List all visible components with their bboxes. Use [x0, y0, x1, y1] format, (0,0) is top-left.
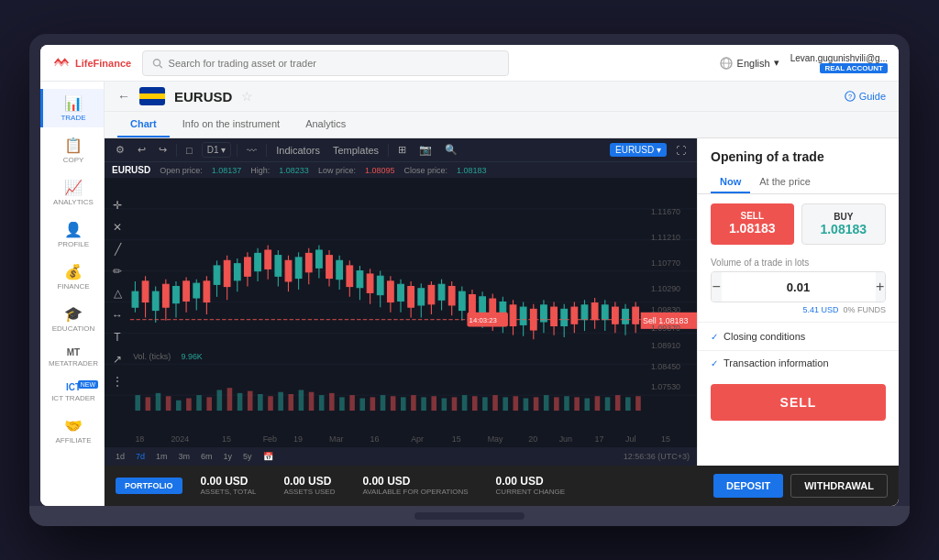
svg-text:Jun: Jun — [559, 434, 572, 444]
sidebar-item-ict-trader[interactable]: NEW ICT ICT TRADER — [40, 377, 104, 408]
svg-text:Jul: Jul — [625, 434, 635, 444]
svg-rect-62 — [357, 271, 363, 288]
volume-minus-btn[interactable]: − — [712, 272, 722, 302]
svg-rect-137 — [339, 398, 345, 412]
svg-text:1.07530: 1.07530 — [651, 383, 680, 392]
sidebar-item-analytics[interactable]: 📈 ANALYTICS — [40, 173, 104, 212]
search-bar[interactable] — [142, 50, 509, 76]
tab-info[interactable]: Info on the instrument — [170, 112, 293, 137]
cursor-tool[interactable]: ✛ — [108, 196, 127, 214]
tf-1y[interactable]: 1y — [220, 451, 237, 462]
volume-plus-btn[interactable]: + — [876, 272, 886, 302]
sidebar: 📊 TRADE 📋 COPY 📈 ANALYTICS 👤 PROFILE 💰 — [40, 82, 105, 506]
pattern-tool[interactable]: △ — [108, 284, 127, 302]
line-btn[interactable]: 〰 — [243, 143, 260, 158]
tf-1m[interactable]: 1m — [152, 451, 171, 462]
language-selector[interactable]: English ▾ — [719, 56, 779, 71]
sidebar-item-affiliate[interactable]: 🤝 AFFILIATE — [40, 412, 104, 450]
svg-rect-151 — [482, 398, 488, 412]
svg-rect-106 — [581, 305, 588, 320]
svg-rect-153 — [503, 398, 508, 412]
svg-rect-158 — [554, 398, 559, 412]
chart-bottom-bar: 1d 7d 1m 3m 6m 1y 5y 📅 12:56:36 (UTC+3) — [105, 447, 697, 466]
sell-button[interactable]: SELL 1.08183 — [711, 203, 794, 245]
portfolio-tab[interactable]: PORTFOLIO — [116, 478, 182, 494]
sidebar-item-trade[interactable]: 📊 TRADE — [40, 89, 104, 127]
sidebar-item-metatrader[interactable]: MT METATRADER — [40, 342, 104, 373]
measure-tool[interactable]: ↔ — [108, 306, 127, 324]
star-icon[interactable]: ☆ — [241, 89, 253, 104]
portfolio-stat-change: 0.00 USD CURRENT CHANGE — [496, 475, 565, 496]
line-tool[interactable]: ╱ — [108, 240, 127, 258]
svg-rect-54 — [316, 250, 323, 268]
tab-analytics[interactable]: Analytics — [293, 112, 359, 137]
back-button[interactable]: ← — [117, 89, 130, 104]
trade-tab-at-price[interactable]: At the price — [750, 171, 820, 193]
tf-3m[interactable]: 3m — [175, 451, 194, 462]
svg-rect-144 — [411, 395, 416, 411]
fibonacci-tool[interactable]: ⋮ — [108, 372, 127, 390]
portfolio-stat-used: 0.00 USD ASSETS USED — [283, 475, 335, 496]
portfolio-bar: PORTFOLIO 0.00 USD ASSETS, TOTAL 0.00 US… — [105, 466, 899, 506]
trade-panel-title: Opening of a trade — [698, 138, 899, 171]
tab-chart[interactable]: Chart — [117, 112, 170, 137]
sidebar-item-finance[interactable]: 💰 FINANCE — [40, 258, 104, 296]
templates-btn[interactable]: Templates — [329, 143, 382, 158]
volume-label: Volume of a trade in lots — [711, 258, 886, 268]
top-bar-right: English ▾ Levan.gugunishvili@g... REAL A… — [719, 53, 888, 73]
svg-rect-28 — [183, 281, 190, 301]
undo-btn[interactable]: ↩ — [134, 142, 149, 158]
search-chart-btn[interactable]: 🔍 — [441, 142, 461, 158]
svg-rect-26 — [173, 287, 180, 303]
screenshot-btn[interactable]: 📷 — [415, 142, 436, 158]
arrow-tool[interactable]: ↗ — [108, 350, 127, 368]
svg-rect-127 — [238, 393, 243, 411]
withdrawal-button[interactable]: WITHDRAWAL — [790, 474, 888, 498]
closing-conditions-section: ✓ Closing conditions — [698, 322, 899, 350]
fullscreen-btn[interactable]: ⛶ — [672, 143, 690, 158]
transaction-info-toggle[interactable]: ✓ Transaction information — [711, 355, 886, 371]
flag-eu — [139, 87, 165, 105]
svg-rect-70 — [398, 285, 404, 302]
margin-info: 5.41 USD 0% FUNDS — [711, 305, 886, 314]
svg-text:1.08910: 1.08910 — [651, 341, 680, 350]
sell-action-button[interactable]: SELL — [711, 384, 886, 421]
svg-text:18: 18 — [135, 434, 144, 444]
tf-7d[interactable]: 7d — [132, 451, 149, 462]
sidebar-item-copy[interactable]: 📋 COPY — [40, 131, 104, 170]
tf-6m[interactable]: 6m — [197, 451, 216, 462]
svg-rect-66 — [377, 276, 383, 294]
guide-icon: ? — [845, 91, 856, 102]
search-input[interactable] — [169, 58, 500, 69]
volume-input-row: − + — [711, 271, 886, 302]
sidebar-item-education[interactable]: 🎓 EDUCATION — [40, 300, 104, 338]
settings-btn[interactable]: ⚙ — [112, 142, 128, 158]
trade-tab-now[interactable]: Now — [711, 171, 750, 193]
draw-tool[interactable]: ✏ — [108, 262, 127, 280]
closing-conditions-toggle[interactable]: ✓ Closing conditions — [711, 328, 886, 345]
guide-button[interactable]: ? Guide — [845, 91, 886, 102]
svg-text:1.11670: 1.11670 — [651, 207, 680, 216]
svg-rect-133 — [299, 390, 304, 412]
tf-5y[interactable]: 5y — [239, 451, 256, 462]
candle-type-btn[interactable]: □ — [182, 143, 196, 158]
svg-text:17: 17 — [595, 434, 604, 444]
deposit-button[interactable]: DEPOSIT — [713, 474, 783, 498]
svg-rect-117 — [135, 395, 140, 411]
redo-btn[interactable]: ↪ — [155, 142, 171, 158]
svg-rect-141 — [381, 395, 386, 411]
svg-rect-48 — [285, 261, 292, 282]
layout-btn[interactable]: ⊞ — [394, 142, 410, 158]
indicators-btn[interactable]: Indicators — [272, 143, 324, 158]
logo: LifeFinance — [51, 56, 131, 71]
svg-rect-76 — [428, 286, 435, 304]
sidebar-item-profile[interactable]: 👤 PROFILE — [40, 215, 104, 254]
low-label: Low price: — [318, 166, 356, 175]
volume-input[interactable] — [722, 280, 876, 294]
text-tool[interactable]: T — [108, 328, 127, 346]
crosshair-tool[interactable]: ✕ — [108, 218, 127, 236]
timeframe-btn[interactable]: D1 ▾ — [202, 142, 232, 158]
buy-button[interactable]: BUY 1.08183 — [801, 203, 887, 245]
tf-1d[interactable]: 1d — [112, 451, 128, 462]
calendar-icon[interactable]: 📅 — [260, 451, 277, 462]
